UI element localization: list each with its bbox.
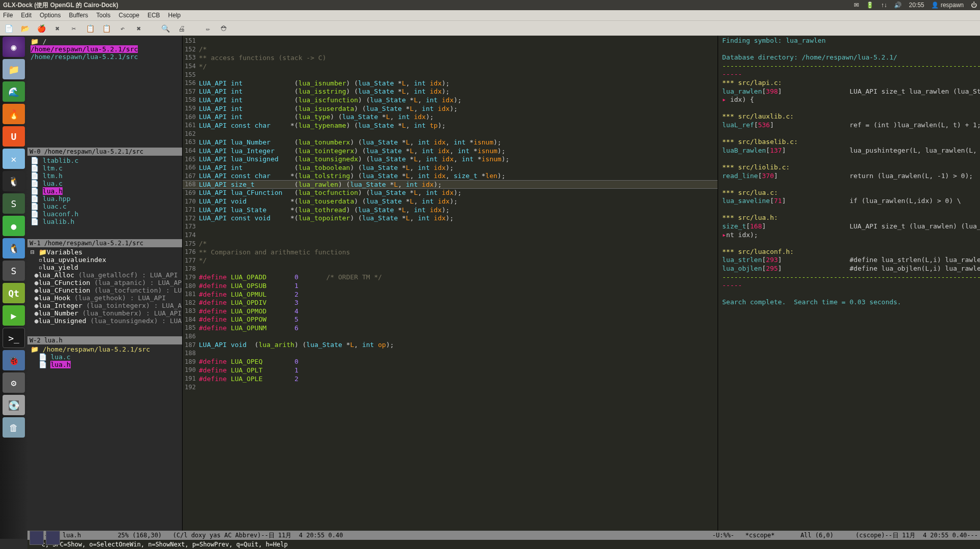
- code-line-192[interactable]: 192: [183, 383, 718, 391]
- ecb-file-lualib.h[interactable]: 📄 lualib.h: [31, 218, 179, 225]
- toolbar-btn-0[interactable]: 📄: [3, 23, 14, 34]
- user-menu[interactable]: 👤 respawn: [931, 2, 964, 9]
- ecb-variables-header[interactable]: ⊟ 📁Variables: [31, 248, 179, 256]
- cscope-line-7[interactable]: ▸ idx) {: [722, 96, 976, 104]
- ecb-file-ltablib.c[interactable]: 📄 ltablib.c: [31, 157, 179, 164]
- ecb-file-ltm.c[interactable]: 📄 ltm.c: [31, 164, 179, 172]
- code-editor[interactable]: 151152/*153** access functions (stack ->…: [183, 36, 718, 539]
- cscope-line-22[interactable]: size_t[168] LUA_API size_t (lua_rawlen) …: [722, 222, 976, 231]
- thumb-2[interactable]: [46, 531, 60, 545]
- dock-item-17[interactable]: 🗑: [3, 417, 25, 438]
- code-line-172[interactable]: 172LUA_API const void *(lua_topointer) (…: [183, 214, 718, 222]
- menu-ecb[interactable]: ECB: [147, 12, 160, 19]
- cscope-line-27[interactable]: lua_objlen[295] #define lua_objlen(L,i) …: [722, 265, 976, 273]
- code-line-152[interactable]: 152/*: [183, 45, 718, 54]
- cscope-line-23[interactable]: ▸nt idx);: [722, 231, 976, 240]
- code-line-157[interactable]: 157LUA_API int (lua_isstring) (lua_State…: [183, 88, 718, 96]
- toolbar-btn-3[interactable]: ✖: [52, 23, 63, 34]
- ecb-file-luac.c[interactable]: 📄 luac.c: [31, 203, 179, 210]
- cscope-results[interactable]: Finding symbol: lua_rawlen Database dire…: [718, 36, 980, 539]
- dock-item-16[interactable]: 💽: [3, 395, 25, 415]
- code-line-171[interactable]: 171LUA_API lua_State *(lua_tothread) (lu…: [183, 206, 718, 214]
- dock-item-8[interactable]: ●: [3, 216, 25, 236]
- ecb-directories[interactable]: 📁 / /home/respawn/lua-5.2.1/src /home/re…: [27, 36, 182, 148]
- dock-item-14[interactable]: 🐞: [3, 350, 25, 370]
- dock-item-12[interactable]: ▶: [3, 305, 25, 326]
- cscope-line-1[interactable]: [722, 45, 976, 54]
- cscope-line-10[interactable]: luaL_ref[536] ref = (int )lua_rawlen(L, …: [722, 121, 976, 130]
- menu-cscope[interactable]: Cscope: [118, 12, 139, 19]
- code-line-164[interactable]: 164LUA_API lua_Integer (lua_tointegerx) …: [183, 147, 718, 155]
- toolbar-btn-1[interactable]: 📂: [19, 23, 31, 34]
- ecb-method-6[interactable]: ●lua_Integer (lua_tointegerx) : LUA_API: [31, 302, 179, 309]
- code-line-153[interactable]: 153** access functions (stack -> C): [183, 53, 718, 62]
- toolbar-btn-6[interactable]: 📋: [101, 23, 112, 34]
- dock-item-1[interactable]: 📁: [3, 59, 25, 79]
- dock-item-2[interactable]: 🌊: [3, 81, 25, 102]
- code-line-184[interactable]: 184#define LUA_OPPOW 5: [183, 315, 718, 324]
- toolbar-btn-14[interactable]: ⛑: [219, 23, 230, 34]
- volume-icon[interactable]: 🔊: [894, 2, 902, 9]
- dock-item-11[interactable]: Qt: [3, 283, 25, 303]
- cscope-line-21[interactable]: *** src/lua.h:: [722, 214, 976, 222]
- cscope-line-6[interactable]: lua_rawlen[398] LUA_API size_t lua_rawle…: [722, 88, 976, 96]
- code-line-156[interactable]: 156LUA_API int (lua_isnumber) (lua_State…: [183, 79, 718, 88]
- code-line-185[interactable]: 185#define LUA_OPUNM 6: [183, 324, 718, 332]
- cscope-line-4[interactable]: -----: [722, 70, 976, 79]
- cscope-line-31[interactable]: Search complete. Search time = 0.03 seco…: [722, 298, 976, 307]
- cscope-line-15[interactable]: *** src/liolib.c:: [722, 163, 976, 172]
- code-line-154[interactable]: 154*/: [183, 62, 718, 71]
- ecb-history-lua.c[interactable]: 📄 lua.c: [31, 353, 179, 361]
- dock-item-0[interactable]: ◉: [3, 37, 25, 57]
- dock-item-9[interactable]: 🐧: [3, 238, 25, 258]
- cscope-line-9[interactable]: *** src/lauxlib.c:: [722, 112, 976, 121]
- ecb-file-lua.h[interactable]: 📄 lua.h: [31, 187, 179, 195]
- cscope-line-0[interactable]: Finding symbol: lua_rawlen: [722, 37, 976, 45]
- cscope-line-30[interactable]: [722, 290, 976, 299]
- dock-item-6[interactable]: 🐧: [3, 171, 25, 191]
- toolbar-btn-8[interactable]: ✖: [133, 23, 144, 34]
- code-line-159[interactable]: 159LUA_API int (lua_isuserdata) (lua_Sta…: [183, 104, 718, 113]
- cscope-line-19[interactable]: lua_saveline[71] if (lua_rawlen(L,idx) >…: [722, 197, 976, 206]
- code-line-169[interactable]: 169LUA_API lua_CFunction (lua_tocfunctio…: [183, 189, 718, 197]
- ecb-method-2[interactable]: ●lua_Alloc (lua_getallocf) : LUA_API: [31, 271, 179, 279]
- code-line-181[interactable]: 181#define LUA_OPMUL 2: [183, 290, 718, 299]
- task-thumbnails[interactable]: [27, 529, 78, 549]
- cscope-line-2[interactable]: Database directory: /home/respawn/lua-5.…: [722, 53, 976, 62]
- code-line-168[interactable]: 168LUA_API size_t (lua_rawlen) (lua_Stat…: [183, 180, 718, 189]
- thumb-1[interactable]: [29, 531, 44, 545]
- code-line-176[interactable]: 176** Comparison and arithmetic function…: [183, 248, 718, 256]
- cscope-line-28[interactable]: ----------------------------------------…: [722, 273, 976, 282]
- code-line-177[interactable]: 177*/: [183, 256, 718, 265]
- code-line-170[interactable]: 170LUA_API void *(lua_touserdata) (lua_S…: [183, 197, 718, 206]
- ecb-method-1[interactable]: ▫lua_yield: [31, 264, 179, 271]
- code-line-178[interactable]: 178: [183, 265, 718, 273]
- code-line-166[interactable]: 166LUA_API int (lua_toboolean) (lua_Stat…: [183, 163, 718, 172]
- code-line-191[interactable]: 191#define LUA_OPLE 2: [183, 374, 718, 383]
- dock-item-15[interactable]: ⚙: [3, 372, 25, 393]
- toolbar-btn-5[interactable]: 📋: [84, 23, 96, 34]
- dock-item-7[interactable]: S: [3, 193, 25, 214]
- cscope-line-14[interactable]: [722, 155, 976, 163]
- toolbar-btn-11[interactable]: 🖨: [176, 23, 187, 34]
- cscope-line-18[interactable]: *** src/lua.c:: [722, 189, 976, 197]
- code-line-189[interactable]: 189#define LUA_OPEQ 0: [183, 358, 718, 366]
- code-line-160[interactable]: 160LUA_API int (lua_type) (lua_State *L,…: [183, 112, 718, 121]
- cscope-line-25[interactable]: *** src/luaconf.h:: [722, 248, 976, 256]
- code-line-183[interactable]: 183#define LUA_OPMOD 4: [183, 307, 718, 315]
- battery-icon[interactable]: 🔋: [866, 2, 874, 9]
- toolbar-btn-13[interactable]: ✏: [202, 23, 214, 34]
- ecb-file-lua.c[interactable]: 📄 lua.c: [31, 180, 179, 187]
- cscope-line-5[interactable]: *** src/lapi.c:: [722, 79, 976, 88]
- code-line-167[interactable]: 167LUA_API const char *(lua_tolstring) (…: [183, 172, 718, 181]
- code-line-182[interactable]: 182#define LUA_OPDIV 3: [183, 298, 718, 307]
- ecb-sources[interactable]: 📄 ltablib.c📄 ltm.c📄 ltm.h📄 lua.c📄 lua.h📄…: [27, 156, 182, 239]
- ecb-file-ltm.h[interactable]: 📄 ltm.h: [31, 172, 179, 180]
- mail-icon[interactable]: ✉: [854, 2, 859, 9]
- code-line-186[interactable]: 186: [183, 332, 718, 341]
- toolbar-btn-2[interactable]: 🍎: [36, 23, 47, 34]
- shutdown-icon[interactable]: ⏻: [971, 2, 977, 9]
- network-icon[interactable]: ↑↓: [881, 2, 887, 9]
- cscope-line-20[interactable]: [722, 206, 976, 214]
- ecb-method-5[interactable]: ●lua_Hook (lua_gethook) : LUA_API: [31, 294, 179, 302]
